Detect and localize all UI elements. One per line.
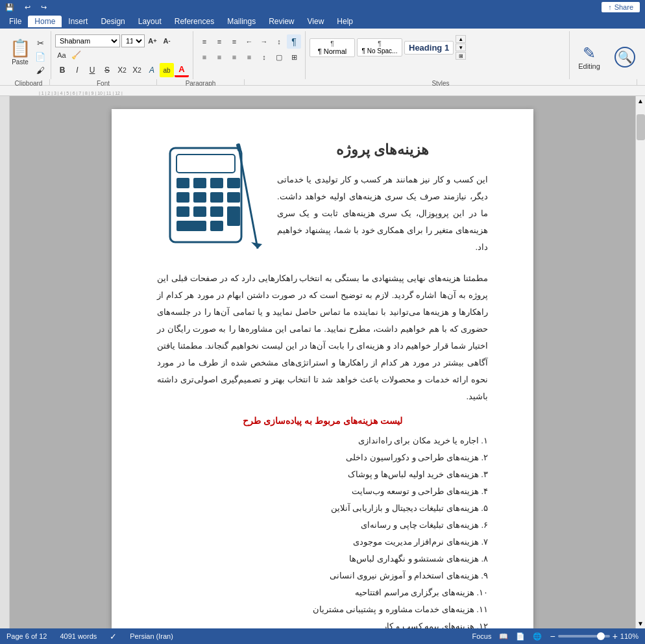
language: Persian (Iran) bbox=[130, 632, 173, 640]
align-left-button[interactable]: ≡ bbox=[197, 50, 212, 64]
styles-group: ¶ ¶ Normal ¶ ¶ No Spac... Heading 1 ▲ ▼ … bbox=[306, 31, 570, 79]
text-highlight-button[interactable]: ab bbox=[160, 63, 174, 77]
svg-rect-2 bbox=[176, 178, 189, 188]
word-count: 4091 words bbox=[60, 632, 97, 640]
menu-insert[interactable]: Insert bbox=[62, 16, 94, 27]
svg-rect-1 bbox=[176, 155, 235, 173]
font-group: Shabnam 11 A+ A- Aa 🧹 B I U S bbox=[51, 31, 193, 79]
zoom-in-button[interactable]: + bbox=[613, 631, 618, 641]
list-item: ۶. هزینه‌های تبلیغات چاپی و رسانه‌ای bbox=[157, 517, 488, 534]
track-changes-icon: ✓ bbox=[110, 632, 117, 641]
bold-button[interactable]: B bbox=[55, 63, 69, 77]
change-case-button[interactable]: Aa bbox=[55, 49, 68, 62]
superscript-button[interactable]: X2 bbox=[130, 63, 144, 77]
style-normal[interactable]: ¶ ¶ Normal bbox=[310, 38, 355, 57]
menu-view[interactable]: View bbox=[301, 16, 331, 27]
calc-image bbox=[157, 142, 267, 264]
list-item: ۳. هزینه‌های خرید اولیه لباس‌ها و پوشاک bbox=[157, 466, 488, 483]
increase-indent-button[interactable]: → bbox=[257, 34, 271, 49]
scroll-thumb[interactable] bbox=[637, 114, 645, 140]
editing-icon: ✎ bbox=[583, 44, 596, 62]
view-print-icon[interactable]: 📄 bbox=[516, 632, 525, 641]
multilevel-button[interactable]: ≡ bbox=[227, 34, 241, 49]
decrease-indent-button[interactable]: ← bbox=[242, 34, 256, 49]
paste-button[interactable]: 📋 Paste bbox=[8, 34, 32, 70]
list-item: ۵. هزینه‌های تبلیغات دیجیتال و بازاریابی… bbox=[157, 500, 488, 517]
search-section[interactable]: 🔍 bbox=[609, 31, 641, 83]
title-bar-redo-icon: ↪ bbox=[41, 3, 47, 12]
menu-layout[interactable]: Layout bbox=[132, 16, 168, 27]
list-item: ۸. هزینه‌های شستشو و نگهداری لباس‌ها bbox=[157, 551, 488, 567]
svg-rect-11 bbox=[193, 206, 206, 217]
status-bar: Page 6 of 12 4091 words ✓ Persian (Iran)… bbox=[0, 628, 645, 644]
strikethrough-button[interactable]: S bbox=[100, 63, 114, 77]
clipboard-group: 📋 Paste ✂ 📄 🖌 bbox=[4, 31, 51, 79]
paragraph-group: ≡ ≡ ≡ ← → ↕ ¶ ≡ ≡ ≡ ≡ ↕ ▢ ⊞ bbox=[193, 31, 306, 79]
format-painter-button[interactable]: 🖌 bbox=[34, 64, 47, 77]
font-family-select[interactable]: Shabnam bbox=[55, 34, 120, 47]
view-read-icon[interactable]: 📖 bbox=[499, 632, 508, 641]
clear-format-button[interactable]: 🧹 bbox=[69, 49, 82, 62]
paste-icon: 📋 bbox=[10, 38, 30, 58]
svg-rect-12 bbox=[210, 206, 223, 217]
zoom-thumb[interactable] bbox=[597, 632, 605, 640]
styles-scroll-down[interactable]: ▼ bbox=[456, 43, 466, 51]
font-size-select[interactable]: 11 bbox=[121, 34, 145, 47]
doc-list: ۱. اجاره یا خرید مکان برای راه‌اندازی ۲.… bbox=[157, 432, 488, 628]
text-effects-button[interactable]: A bbox=[145, 63, 159, 77]
borders-button[interactable]: ⊞ bbox=[287, 50, 301, 64]
search-icon: 🔍 bbox=[615, 47, 635, 68]
italic-button[interactable]: I bbox=[70, 63, 84, 77]
menu-home[interactable]: Home bbox=[28, 16, 62, 27]
svg-rect-8 bbox=[210, 192, 223, 203]
zoom-out-button[interactable]: − bbox=[550, 631, 555, 641]
scrollbar-right[interactable]: ▲ ▼ bbox=[635, 96, 645, 628]
title-bar-save-icon: 💾 bbox=[5, 3, 14, 12]
list-item: ۲. هزینه‌های طراحی و دکوراسیون داخلی bbox=[157, 449, 488, 466]
list-item: ۴. هزینه‌های طراحی و توسعه وب‌سایت bbox=[157, 483, 488, 500]
align-right-button[interactable]: ≡ bbox=[227, 50, 241, 64]
title-bar-undo-icon: ↩ bbox=[25, 3, 30, 12]
document-scroll[interactable]: هزینه‌های پروژه این کسب و کار نیز همانند… bbox=[10, 96, 635, 628]
sort-button[interactable]: ↕ bbox=[272, 34, 286, 49]
style-heading1[interactable]: Heading 1 bbox=[404, 41, 454, 55]
share-icon: ↑ bbox=[608, 3, 612, 11]
grow-font-button[interactable]: A+ bbox=[146, 34, 159, 47]
style-no-spacing[interactable]: ¶ ¶ No Spac... bbox=[357, 38, 402, 56]
show-marks-button[interactable]: ¶ bbox=[287, 34, 301, 49]
svg-rect-15 bbox=[210, 221, 223, 231]
underline-button[interactable]: U bbox=[85, 63, 99, 77]
menu-mailings[interactable]: Mailings bbox=[221, 16, 262, 27]
copy-button[interactable]: 📄 bbox=[34, 50, 47, 63]
scroll-up-arrow[interactable]: ▲ bbox=[636, 96, 645, 105]
cut-button[interactable]: ✂ bbox=[34, 36, 47, 49]
styles-scroll-up[interactable]: ▲ bbox=[456, 35, 466, 43]
svg-rect-7 bbox=[193, 192, 206, 203]
shrink-font-button[interactable]: A- bbox=[160, 34, 173, 47]
menu-file[interactable]: File bbox=[3, 16, 28, 27]
svg-rect-4 bbox=[210, 178, 223, 188]
list-item: ۱۱. هزینه‌های خدمات مشاوره و پشتیبانی مش… bbox=[157, 601, 488, 618]
svg-rect-5 bbox=[227, 178, 240, 188]
bullets-button[interactable]: ≡ bbox=[197, 34, 212, 49]
styles-expand[interactable]: ⊞ bbox=[456, 52, 466, 60]
scroll-down-arrow[interactable]: ▼ bbox=[636, 620, 645, 628]
menu-design[interactable]: Design bbox=[94, 16, 131, 27]
share-button[interactable]: ↑ Share bbox=[602, 2, 640, 12]
menu-review[interactable]: Review bbox=[262, 16, 300, 27]
font-color-button[interactable]: A bbox=[175, 63, 189, 77]
numbering-button[interactable]: ≡ bbox=[212, 34, 226, 49]
title-bar: 💾 ↩ ↪ ↑ Share bbox=[0, 0, 645, 14]
subscript-button[interactable]: X2 bbox=[115, 63, 129, 77]
zoom-level: 110% bbox=[620, 632, 639, 640]
menu-references[interactable]: References bbox=[168, 16, 221, 27]
editing-section[interactable]: ✎ Editing bbox=[570, 31, 609, 83]
menu-help[interactable]: Help bbox=[330, 16, 359, 27]
focus-label[interactable]: Focus bbox=[472, 632, 492, 640]
document-area: هزینه‌های پروژه این کسب و کار نیز همانند… bbox=[0, 96, 645, 628]
justify-button[interactable]: ≡ bbox=[242, 50, 256, 64]
center-button[interactable]: ≡ bbox=[212, 50, 226, 64]
view-web-icon[interactable]: 🌐 bbox=[533, 632, 542, 641]
shading-button[interactable]: ▢ bbox=[272, 50, 286, 64]
line-spacing-button[interactable]: ↕ bbox=[257, 50, 271, 64]
